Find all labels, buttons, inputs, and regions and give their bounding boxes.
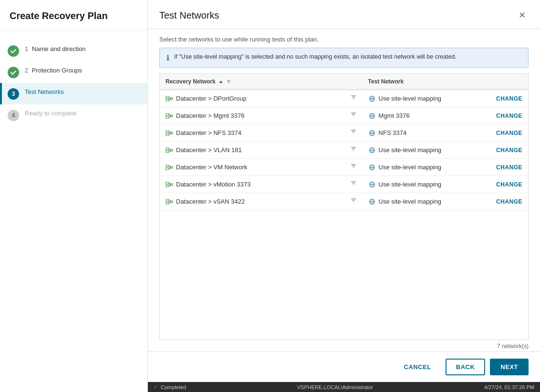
recovery-network-name: Datacenter > NFS 3374 <box>176 129 241 136</box>
col-header-recovery: Recovery Network ▿ <box>160 74 363 90</box>
globe-icon <box>368 164 376 171</box>
recovery-cell: Datacenter > VM Network <box>160 159 363 176</box>
change-button-1[interactable]: CHANGE <box>496 113 522 119</box>
step-number-3: 3 <box>8 88 19 100</box>
step-number-2 <box>8 67 19 78</box>
recovery-cell: Datacenter > NFS 3374 <box>160 124 363 142</box>
close-button[interactable]: ✕ <box>515 9 529 22</box>
status-check-icon: ✓ <box>154 384 158 390</box>
svg-rect-56 <box>166 182 169 184</box>
network-icon <box>166 112 173 120</box>
recovery-network-name: Datacenter > Mgmt 3376 <box>176 112 244 119</box>
test-network-name: NFS 3374 <box>379 129 407 136</box>
step-number-1 <box>8 45 19 57</box>
recovery-cell: Datacenter > DPortGroup <box>160 90 363 107</box>
recovery-cell: Datacenter > VLAN 181 <box>160 142 363 159</box>
change-button-5[interactable]: CHANGE <box>496 181 522 188</box>
svg-rect-34 <box>166 148 169 150</box>
filter-row-icon[interactable] <box>350 163 357 170</box>
recovery-cell: Datacenter > vSAN 3422 <box>160 193 363 210</box>
change-button-0[interactable]: CHANGE <box>496 95 522 102</box>
info-banner: ℹ If "Use site-level mapping" is selecte… <box>159 48 529 68</box>
filter-row-icon[interactable] <box>350 129 357 135</box>
network-icon <box>166 181 173 188</box>
sort-icons-recovery[interactable] <box>219 81 223 83</box>
status-detail: VSPHERE.LOCAL\Administrator <box>297 384 374 390</box>
dialog-title: Test Networks <box>159 10 219 21</box>
svg-rect-57 <box>166 185 169 187</box>
filter-row-icon[interactable] <box>350 197 357 204</box>
filter-row-icon[interactable] <box>350 94 357 101</box>
table-row: Datacenter > DPortGroup Use site-level m… <box>160 90 528 107</box>
recovery-network-name: Datacenter > vSAN 3422 <box>176 198 245 205</box>
status-text: Completed <box>161 384 186 390</box>
sidebar-steps: 1 Name and direction 2 Protection Groups… <box>0 31 147 135</box>
recovery-network-name: Datacenter > DPortGroup <box>176 95 247 102</box>
svg-rect-45 <box>166 165 169 167</box>
test-cell: Use site-level mapping CHANGE <box>363 176 528 193</box>
sidebar-step-1[interactable]: 1 Name and direction <box>0 40 147 62</box>
test-network-name: Use site-level mapping <box>379 164 442 171</box>
sidebar-title: Create Recovery Plan <box>0 0 147 31</box>
test-network-name: Use site-level mapping <box>379 181 442 188</box>
step-label-4: Ready to complete <box>25 109 76 118</box>
svg-rect-35 <box>166 151 169 153</box>
change-button-4[interactable]: CHANGE <box>496 164 522 171</box>
svg-rect-2 <box>166 99 169 101</box>
test-network-name: Use site-level mapping <box>379 146 442 154</box>
recovery-network-name: Datacenter > VM Network <box>176 164 247 171</box>
globe-icon <box>368 146 376 154</box>
svg-rect-12 <box>166 113 169 115</box>
filter-row-icon[interactable] <box>350 112 357 118</box>
filter-row-icon[interactable] <box>350 180 357 187</box>
svg-rect-68 <box>166 202 169 204</box>
table-row: Datacenter > vSAN 3422 Use site-level ma… <box>160 193 528 210</box>
svg-rect-23 <box>166 131 169 133</box>
svg-rect-46 <box>166 168 169 170</box>
globe-icon <box>368 198 376 206</box>
recovery-network-name: Datacenter > vMotion 3373 <box>176 181 250 188</box>
status-left: ✓ Completed <box>154 384 186 390</box>
filter-row-icon[interactable] <box>350 146 357 153</box>
globe-icon <box>368 129 376 137</box>
dialog: Test Networks ✕ Select the networks to u… <box>148 0 540 382</box>
networks-table-container: Recovery Network ▿ Test Network <box>159 73 529 340</box>
cancel-button[interactable]: CANCEL <box>395 359 441 375</box>
test-network-name: Use site-level mapping <box>379 95 442 102</box>
step-label-1: 1 Name and direction <box>25 45 86 53</box>
table-row: Datacenter > VLAN 181 Use site-level map… <box>160 142 528 159</box>
network-icon <box>166 95 173 103</box>
table-row: Datacenter > Mgmt 3376 Mgmt 3376 CHANGE <box>160 107 528 124</box>
status-time: 4/27/24, 01:37:26 PM <box>484 384 534 390</box>
sidebar-step-3[interactable]: 3 Test Networks <box>0 83 147 104</box>
networks-table: Recovery Network ▿ Test Network <box>160 74 528 210</box>
step-number-4: 4 <box>8 110 19 121</box>
svg-rect-13 <box>166 116 169 118</box>
sidebar: Create Recovery Plan 1 Name and directio… <box>0 0 148 392</box>
dialog-subtitle: Select the networks to use while running… <box>148 29 540 48</box>
filter-icon-recovery[interactable]: ▿ <box>227 78 230 85</box>
info-icon: ℹ <box>166 53 169 62</box>
sidebar-step-2[interactable]: 2 Protection Groups <box>0 62 147 83</box>
back-button[interactable]: BACK <box>446 359 486 375</box>
svg-marker-0 <box>219 81 223 83</box>
test-cell: Use site-level mapping CHANGE <box>363 142 528 159</box>
network-icon <box>166 129 173 137</box>
network-icon <box>166 198 173 206</box>
main-content: Test Networks ✕ Select the networks to u… <box>148 0 540 392</box>
change-button-2[interactable]: CHANGE <box>496 130 522 136</box>
dialog-header: Test Networks ✕ <box>148 0 540 29</box>
statusbar: ✓ Completed VSPHERE.LOCAL\Administrator … <box>148 382 540 392</box>
next-button[interactable]: NEXT <box>490 359 529 375</box>
sidebar-step-4[interactable]: 4 Ready to complete <box>0 104 147 126</box>
test-network-name: Use site-level mapping <box>379 198 442 205</box>
test-cell: Use site-level mapping CHANGE <box>363 159 528 176</box>
recovery-cell: Datacenter > vMotion 3373 <box>160 176 363 193</box>
change-button-3[interactable]: CHANGE <box>496 147 522 154</box>
change-button-6[interactable]: CHANGE <box>496 198 522 205</box>
step-label-3: Test Networks <box>25 88 64 96</box>
recovery-network-name: Datacenter > VLAN 181 <box>176 146 242 154</box>
info-banner-text: If "Use site-level mapping" is selected … <box>174 53 457 62</box>
network-icon <box>166 146 173 154</box>
test-network-name: Mgmt 3376 <box>379 112 410 119</box>
